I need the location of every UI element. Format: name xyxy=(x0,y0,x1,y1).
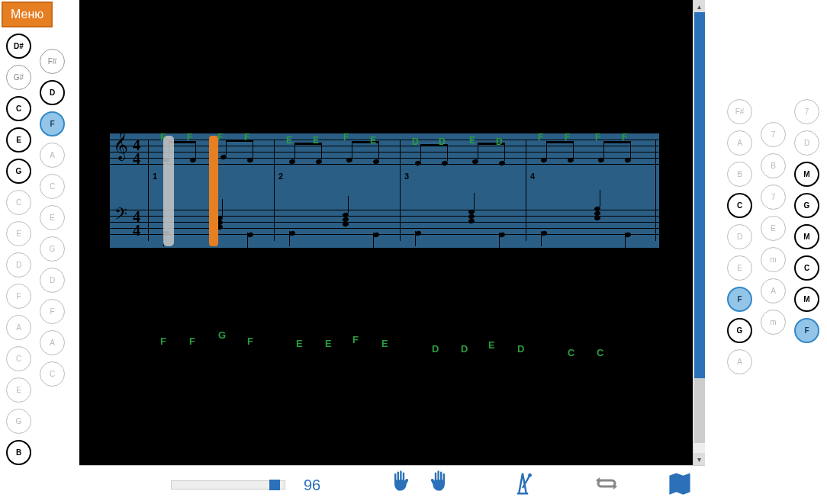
guide-note-label: D xyxy=(517,343,524,355)
note-label: E xyxy=(370,135,376,146)
bar-number: 4 xyxy=(530,172,535,181)
menu-button[interactable]: Меню xyxy=(2,2,53,27)
accordion-button-m[interactable]: m xyxy=(761,310,786,335)
accordion-button-m[interactable]: M xyxy=(794,162,819,187)
accordion-button-m[interactable]: M xyxy=(794,287,819,312)
accordion-button-d[interactable]: D xyxy=(40,268,65,293)
accordion-button-f[interactable]: F xyxy=(40,111,65,136)
playhead-current[interactable] xyxy=(209,136,218,246)
tempo-slider-knob[interactable] xyxy=(269,480,280,490)
scroll-track[interactable] xyxy=(693,12,706,453)
note-label: F xyxy=(187,132,192,143)
accordion-button-d[interactable]: D xyxy=(727,224,752,249)
right-button-panel: F#ABCDEFGA 7B7EmAm 7DMGMCMF xyxy=(723,91,827,396)
note-label: D xyxy=(412,136,419,147)
accordion-button-a[interactable]: A xyxy=(727,130,752,156)
accordion-button-e[interactable]: E xyxy=(6,377,31,403)
accordion-button-g[interactable]: G xyxy=(6,409,31,434)
accordion-button-e[interactable]: E xyxy=(6,221,31,246)
accordion-button-c[interactable]: C xyxy=(40,361,65,387)
note-label: F xyxy=(538,132,543,143)
accordion-button-e[interactable]: E xyxy=(40,205,65,230)
scroll-thumb[interactable] xyxy=(694,12,705,378)
guide-note-label: E xyxy=(325,338,332,349)
note-label: F xyxy=(217,132,223,143)
accordion-button-a[interactable]: A xyxy=(6,315,31,340)
accordion-button-e[interactable]: E xyxy=(761,216,786,241)
accordion-button-m[interactable]: m xyxy=(761,247,786,272)
accordion-button-e[interactable]: E xyxy=(6,127,31,152)
accordion-button-m[interactable]: M xyxy=(794,224,819,249)
bass-clef: 𝄢 xyxy=(114,205,127,228)
left-hand-icon[interactable] xyxy=(388,470,410,500)
accordion-button-f[interactable]: F xyxy=(727,287,752,312)
accordion-button-c[interactable]: C xyxy=(6,190,31,215)
accordion-button-7[interactable]: 7 xyxy=(761,122,786,147)
note-label: E xyxy=(313,135,319,146)
tempo-slider[interactable] xyxy=(171,480,285,490)
score-viewport: 𝄞 𝄢 44 44 1 2 3 4 xyxy=(79,0,705,465)
svg-point-0 xyxy=(528,474,532,477)
accordion-button-c[interactable]: C xyxy=(6,346,31,371)
accordion-button-b[interactable]: B xyxy=(761,153,786,178)
accordion-button-d[interactable]: D xyxy=(40,80,65,105)
bar-number: 3 xyxy=(404,172,409,181)
accordion-button-7[interactable]: 7 xyxy=(794,99,819,124)
guide-note-label: D xyxy=(461,343,468,355)
accordion-button-c[interactable]: C xyxy=(40,174,65,199)
right-hand-icon[interactable] xyxy=(429,470,452,500)
guide-note-label: D xyxy=(432,343,439,355)
accordion-button-fsharp[interactable]: F# xyxy=(727,99,752,124)
guide-note-label: C xyxy=(597,347,603,358)
accordion-button-g[interactable]: G xyxy=(794,193,819,218)
accordion-button-a[interactable]: A xyxy=(40,143,65,168)
accordion-button-e[interactable]: E xyxy=(727,255,752,281)
note-label: D xyxy=(496,136,503,147)
accordion-button-g[interactable]: G xyxy=(727,318,752,343)
note-label: E xyxy=(286,135,292,146)
playhead-preview xyxy=(163,136,174,246)
note-label: F xyxy=(595,132,600,143)
guide-note-label: E xyxy=(296,338,303,349)
accordion-button-g[interactable]: G xyxy=(40,236,65,262)
accordion-button-a[interactable]: A xyxy=(727,349,752,374)
accordion-button-d[interactable]: D xyxy=(794,130,819,156)
guide-note-label: C xyxy=(568,347,574,358)
time-sig-bass: 44 xyxy=(133,210,140,237)
time-sig-treble: 44 xyxy=(133,138,140,165)
treble-clef: 𝄞 xyxy=(113,130,128,160)
accordion-button-dsharp[interactable]: D# xyxy=(6,34,31,59)
accordion-button-c[interactable]: C xyxy=(727,193,752,218)
guide-note-label: F xyxy=(247,335,253,347)
metronome-icon[interactable] xyxy=(511,470,534,500)
guide-note-label: F xyxy=(160,335,166,347)
accordion-button-b[interactable]: B xyxy=(6,440,31,465)
accordion-button-b[interactable]: B xyxy=(727,162,752,187)
accordion-button-gsharp[interactable]: G# xyxy=(6,65,31,90)
accordion-button-7[interactable]: 7 xyxy=(761,185,786,210)
scroll-down-arrow[interactable]: ▾ xyxy=(693,453,706,465)
vertical-scrollbar[interactable]: ▴ ▾ xyxy=(693,0,705,465)
accordion-button-c[interactable]: C xyxy=(6,96,31,121)
map-icon[interactable] xyxy=(667,470,693,499)
note-label: F xyxy=(565,132,570,143)
accordion-button-f[interactable]: F xyxy=(794,318,819,343)
accordion-button-f[interactable]: F xyxy=(6,284,31,309)
accordion-button-g[interactable]: G xyxy=(6,159,31,184)
bar-number: 1 xyxy=(153,172,157,181)
scroll-up-arrow[interactable]: ▴ xyxy=(693,0,706,12)
tempo-value: 96 xyxy=(304,477,320,494)
left-button-panel: D#G#CEGCEDFACEGB F#DFACEGDFAC xyxy=(0,24,79,465)
note-label: F xyxy=(622,132,627,143)
guide-note-label: F xyxy=(352,334,359,345)
accordion-button-fsharp[interactable]: F# xyxy=(40,49,65,74)
accordion-button-c[interactable]: C xyxy=(794,255,819,281)
accordion-button-d[interactable]: D xyxy=(6,252,31,278)
accordion-button-a[interactable]: A xyxy=(40,330,65,355)
guide-note-label: E xyxy=(381,338,388,349)
scroll-remainder xyxy=(694,378,705,443)
note-label: F xyxy=(160,132,166,143)
accordion-button-f[interactable]: F xyxy=(40,299,65,324)
accordion-button-a[interactable]: A xyxy=(761,278,786,303)
loop-icon[interactable] xyxy=(594,473,619,497)
